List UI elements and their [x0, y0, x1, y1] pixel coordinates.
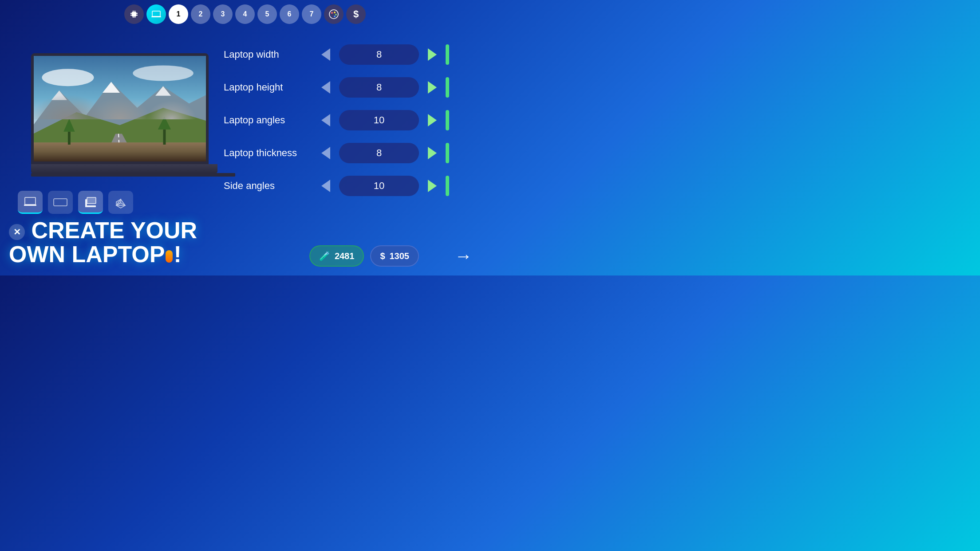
- laptop-angles-indicator: [446, 110, 449, 130]
- nav-step4-button[interactable]: 4: [235, 4, 255, 24]
- laptop-screen: [31, 53, 209, 164]
- dollar-icon: $: [380, 251, 385, 261]
- nav-laptop-button[interactable]: [146, 4, 166, 24]
- laptop-height-value: 8: [339, 77, 419, 98]
- top-navigation: 1 2 3 4 5 6 7 $: [124, 4, 366, 24]
- view-top-button[interactable]: [48, 191, 73, 214]
- temp-indicator: [166, 250, 173, 263]
- laptop-width-decrease-button[interactable]: [318, 47, 334, 63]
- view-selector: [18, 191, 133, 214]
- svg-rect-30: [25, 197, 36, 205]
- laptop-height-increase-button[interactable]: [424, 79, 440, 95]
- svg-rect-6: [130, 15, 132, 16]
- svg-rect-34: [87, 197, 96, 204]
- laptop-height-decrease-button[interactable]: [318, 79, 334, 95]
- cancel-icon: ✕: [9, 224, 25, 240]
- nav-step7-button[interactable]: 7: [302, 4, 321, 24]
- nav-chip-button[interactable]: [124, 4, 144, 24]
- laptop-width-indicator: [446, 44, 449, 65]
- side-angles-decrease-button[interactable]: [318, 178, 334, 194]
- nav-step5-button[interactable]: 5: [257, 4, 277, 24]
- laptop-width-value: 8: [339, 44, 419, 65]
- svg-rect-26: [68, 132, 71, 145]
- svg-rect-5: [130, 13, 132, 14]
- laptop-thickness-control: Laptop thickness 8: [224, 143, 472, 163]
- view-side-button[interactable]: [78, 191, 103, 214]
- side-angles-control: Side angles 10: [224, 176, 472, 196]
- laptop-width-label: Laptop width: [224, 49, 312, 60]
- laptop-base: [31, 164, 217, 173]
- laptop-angles-value: 10: [339, 110, 419, 130]
- laptop-height-indicator: [446, 77, 449, 98]
- laptop-thickness-increase-button[interactable]: [424, 145, 440, 161]
- svg-rect-10: [151, 16, 161, 17]
- svg-rect-1: [133, 11, 134, 12]
- svg-point-14: [335, 14, 337, 16]
- svg-rect-32: [54, 199, 67, 206]
- bottom-stats: 🧪 2481 $ 1305: [309, 245, 419, 267]
- main-title: ✕ CREATE YOUR OWN LAPTOP!: [9, 218, 197, 267]
- laptop-preview: [18, 53, 231, 204]
- lab-stat-pill: 🧪 2481: [309, 245, 364, 267]
- cost-stat-pill: $ 1305: [370, 245, 419, 267]
- svg-rect-8: [136, 15, 138, 16]
- nav-step3-button[interactable]: 3: [213, 4, 233, 24]
- svg-point-18: [133, 65, 194, 81]
- nav-palette-button[interactable]: [324, 4, 344, 24]
- svg-rect-0: [132, 12, 136, 16]
- laptop-angles-increase-button[interactable]: [424, 112, 440, 128]
- nav-step1-button[interactable]: 1: [169, 4, 188, 24]
- svg-rect-4: [134, 16, 135, 18]
- svg-rect-2: [134, 11, 135, 12]
- laptop-thickness-label: Laptop thickness: [224, 147, 312, 159]
- side-angles-label: Side angles: [224, 180, 312, 192]
- svg-rect-25: [34, 142, 206, 161]
- svg-marker-21: [155, 86, 171, 95]
- cost-value: 1305: [390, 251, 410, 261]
- svg-rect-7: [136, 13, 138, 14]
- lab-value: 2481: [335, 251, 355, 261]
- laptop-angles-decrease-button[interactable]: [318, 112, 334, 128]
- svg-point-13: [334, 12, 336, 13]
- laptop-angles-label: Laptop angles: [224, 114, 312, 126]
- controls-section: Laptop width 8 Laptop height 8 Laptop an…: [224, 44, 472, 209]
- svg-marker-22: [51, 91, 67, 100]
- side-angles-increase-button[interactable]: [424, 178, 440, 194]
- svg-point-15: [334, 16, 336, 17]
- laptop-height-control: Laptop height 8: [224, 77, 472, 98]
- svg-rect-3: [133, 16, 134, 18]
- laptop-stand: [31, 173, 235, 177]
- side-angles-indicator: [446, 176, 449, 196]
- svg-rect-28: [163, 130, 166, 145]
- screen-wallpaper: [34, 56, 206, 161]
- laptop-height-label: Laptop height: [224, 82, 312, 93]
- svg-rect-35: [85, 205, 96, 207]
- laptop-width-control: Laptop width 8: [224, 44, 472, 65]
- side-angles-value: 10: [339, 176, 419, 196]
- svg-rect-31: [24, 205, 36, 206]
- nav-step2-button[interactable]: 2: [191, 4, 210, 24]
- view-3d-button[interactable]: [108, 191, 133, 214]
- laptop-angles-control: Laptop angles 10: [224, 110, 472, 130]
- svg-point-12: [331, 12, 333, 14]
- nav-dollar-button[interactable]: $: [346, 4, 366, 24]
- svg-point-17: [42, 69, 94, 86]
- view-front-button[interactable]: [18, 191, 43, 214]
- laptop-width-increase-button[interactable]: [424, 47, 440, 63]
- laptop-thickness-indicator: [446, 143, 449, 163]
- svg-rect-9: [152, 11, 160, 16]
- svg-point-11: [329, 10, 338, 19]
- next-button[interactable]: →: [450, 245, 477, 267]
- laptop-thickness-decrease-button[interactable]: [318, 145, 334, 161]
- laptop-thickness-value: 8: [339, 143, 419, 163]
- svg-marker-20: [103, 82, 120, 93]
- nav-step6-button[interactable]: 6: [280, 4, 299, 24]
- lab-icon: 🧪: [319, 251, 330, 261]
